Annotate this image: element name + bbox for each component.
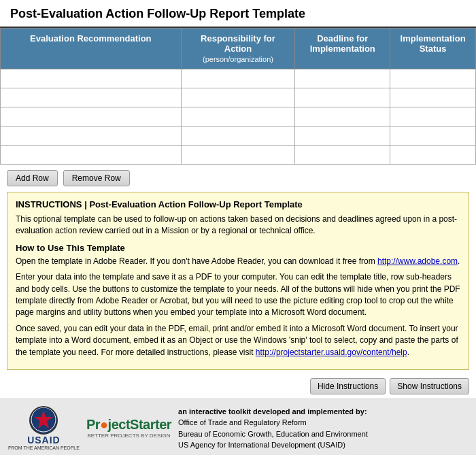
projectstarter-logo: Pr●jectStarter BETTER PROJECTS BY DESIGN — [86, 417, 171, 439]
ps-logo-text: Pr●jectStarter — [86, 417, 171, 433]
eval-cell[interactable] — [1, 107, 182, 127]
table-row — [1, 88, 476, 107]
usaid-subtitle: FROM THE AMERICAN PEOPLE — [8, 445, 80, 450]
resp-cell[interactable] — [181, 69, 295, 88]
instructions-heading: INSTRUCTIONS | Post-Evaluation Action Fo… — [16, 199, 460, 209]
table-row — [1, 107, 476, 127]
show-instructions-button[interactable]: Show Instructions — [390, 378, 469, 394]
col-header-responsibility: Responsibility for Action (person/organi… — [181, 29, 295, 69]
col-header-evaluation: Evaluation Recommendation — [1, 29, 182, 69]
table-row — [1, 127, 476, 146]
org1: Office of Trade and Regulatory Reform — [178, 417, 468, 428]
ps-tagline: BETTER PROJECTS BY DESIGN — [87, 433, 170, 439]
instructions-label: INSTRUCTIONS — [16, 199, 82, 209]
instructions-box: INSTRUCTIONS | Post-Evaluation Action Fo… — [7, 192, 469, 370]
resp-cell[interactable] — [181, 107, 295, 127]
status-cell[interactable] — [390, 88, 476, 107]
instructions-para3: Once saved, you can edit your data in th… — [16, 323, 460, 358]
resp-cell[interactable] — [181, 88, 295, 107]
status-cell[interactable] — [390, 146, 476, 165]
table-buttons: Add Row Remove Row — [0, 165, 476, 192]
col-header-deadline: Deadline for Implementation — [295, 29, 390, 69]
eval-cell[interactable] — [1, 69, 182, 88]
status-cell[interactable] — [390, 69, 476, 88]
remove-row-button[interactable]: Remove Row — [63, 170, 130, 186]
instructions-btn-row: Hide Instructions Show Instructions — [0, 375, 476, 399]
usaid-text: USAID — [27, 435, 61, 445]
footer-logos: USAID FROM THE AMERICAN PEOPLE Pr●jectSt… — [8, 406, 171, 450]
table-row — [1, 69, 476, 88]
instructions-intro: This optional template can be used to fo… — [16, 214, 460, 237]
instructions-title-text: Post-Evaluation Action Follow-Up Report … — [89, 199, 302, 209]
add-row-button[interactable]: Add Row — [7, 170, 58, 186]
col-header-status: Implementation Status — [390, 29, 476, 69]
toolkit-label: an interactive toolkit developed and imp… — [178, 406, 468, 418]
deadline-cell[interactable] — [295, 127, 390, 146]
deadline-cell[interactable] — [295, 69, 390, 88]
how-to-title: How to Use This Template — [16, 243, 460, 253]
hide-instructions-button[interactable]: Hide Instructions — [310, 378, 386, 394]
instructions-para2: Enter your data into the template and sa… — [16, 271, 460, 319]
eval-cell[interactable] — [1, 127, 182, 146]
table-row — [1, 146, 476, 165]
footer-section: USAID FROM THE AMERICAN PEOPLE Pr●jectSt… — [0, 399, 476, 455]
resp-cell[interactable] — [181, 127, 295, 146]
usaid-logo: USAID FROM THE AMERICAN PEOPLE — [8, 406, 80, 450]
help-link[interactable]: http://projectstarter.usaid.gov/content/… — [256, 348, 407, 357]
org3: US Agency for International Development … — [178, 439, 468, 451]
usaid-emblem — [29, 406, 58, 435]
deadline-cell[interactable] — [295, 146, 390, 165]
deadline-cell[interactable] — [295, 107, 390, 127]
footer-text: an interactive toolkit developed and imp… — [178, 406, 468, 455]
footer-inner: USAID FROM THE AMERICAN PEOPLE Pr●jectSt… — [8, 406, 468, 455]
resp-cell[interactable] — [181, 146, 295, 165]
adobe-link[interactable]: http://www.adobe.com — [377, 256, 458, 266]
status-cell[interactable] — [390, 127, 476, 146]
page-title: Post-Evaluation Action Follow-Up Report … — [0, 0, 476, 28]
main-table: Evaluation Recommendation Responsibility… — [0, 28, 476, 165]
instructions-para1: Open the template in Adobe Reader. If yo… — [16, 256, 460, 267]
eval-cell[interactable] — [1, 88, 182, 107]
eval-cell[interactable] — [1, 146, 182, 165]
org2: Bureau of Economic Growth, Education and… — [178, 428, 468, 440]
status-cell[interactable] — [390, 107, 476, 127]
deadline-cell[interactable] — [295, 88, 390, 107]
